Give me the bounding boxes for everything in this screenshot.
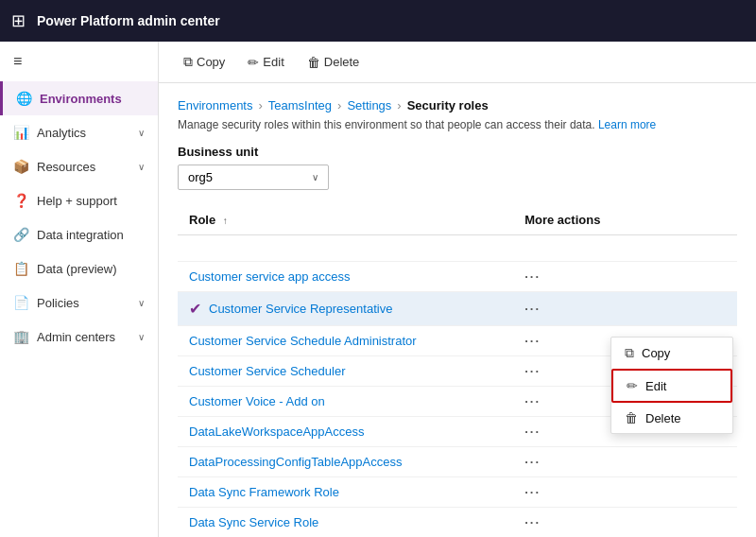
actions-cell-selected[interactable]: ··· [513, 292, 737, 326]
role-name[interactable]: Customer Service Scheduler [189, 364, 345, 378]
copy-icon: ⧉ [625, 345, 634, 361]
sidebar-item-label: Help + support [37, 194, 145, 208]
breadcrumb-current: Security roles [407, 98, 489, 113]
role-name[interactable]: DataLakeWorkspaceAppAccess [189, 424, 364, 439]
body-row: ≡ 🌐 Environments 📊 Analytics ∨ 📦 Resourc… [0, 42, 756, 537]
hamburger-button[interactable]: ≡ [0, 42, 158, 81]
copy-icon: ⧉ [183, 54, 193, 70]
table-row: Data Sync Framework Role ··· [178, 477, 737, 508]
business-unit-dropdown[interactable]: org5 ∨ [178, 165, 329, 190]
role-cell: Customer Service Schedule Administrator [178, 326, 513, 356]
role-name[interactable]: Data Sync Service Role [189, 515, 318, 529]
table-row: ... [178, 235, 737, 262]
data-preview-icon: 📋 [13, 261, 29, 276]
table-row: Customer service app access ··· [178, 262, 737, 292]
toolbar: ⧉ Copy ✏ Edit 🗑 Delete [159, 42, 756, 83]
selected-check-icon: ✔ [189, 300, 201, 318]
sidebar-item-policies[interactable]: 📄 Policies ∨ [0, 286, 158, 320]
context-menu: ⧉ Copy ✏ Edit 🗑 Delete [610, 337, 733, 434]
edit-button[interactable]: ✏ Edit [238, 49, 293, 76]
delete-label: Delete [324, 55, 360, 69]
page-description: Manage security roles within this enviro… [178, 118, 737, 131]
role-cell: Data Sync Service Role [178, 508, 513, 538]
context-menu-copy[interactable]: ⧉ Copy [611, 338, 732, 369]
sidebar-item-label: Analytics [37, 126, 130, 140]
copy-label: Copy [197, 55, 225, 69]
role-cell: Data Sync Framework Role [178, 477, 513, 508]
chevron-down-icon: ∨ [138, 332, 145, 342]
environments-icon: 🌐 [16, 91, 32, 106]
copy-button[interactable]: ⧉ Copy [174, 48, 234, 76]
sidebar: ≡ 🌐 Environments 📊 Analytics ∨ 📦 Resourc… [0, 42, 159, 537]
learn-more-link[interactable]: Learn more [598, 118, 656, 131]
delete-icon: 🗑 [307, 55, 320, 70]
sidebar-item-analytics[interactable]: 📊 Analytics ∨ [0, 115, 158, 149]
role-cell: DataLakeWorkspaceAppAccess [178, 417, 513, 447]
sidebar-item-admin-centers[interactable]: 🏢 Admin centers ∨ [0, 320, 158, 354]
actions-cell[interactable]: ··· [513, 447, 737, 477]
help-icon: ❓ [13, 193, 29, 208]
breadcrumb: Environments › TeamsInteg › Settings › S… [178, 98, 737, 113]
sidebar-item-data-integration[interactable]: 🔗 Data integration [0, 217, 158, 251]
sidebar-item-label: Data integration [37, 228, 145, 242]
actions-cell[interactable]: ··· [513, 477, 737, 508]
sidebar-item-label: Environments [40, 92, 145, 106]
role-column-header[interactable]: Role ↑ [178, 205, 513, 235]
table-row: DataProcessingConfigTableAppAccess ··· [178, 447, 737, 477]
context-edit-label: Edit [645, 379, 666, 393]
breadcrumb-environments[interactable]: Environments [178, 98, 252, 113]
data-integration-icon: 🔗 [13, 227, 29, 242]
top-nav: ⊞ Power Platform admin center [0, 0, 756, 42]
chevron-down-icon: ∨ [138, 298, 145, 308]
role-cell: Customer service app access [178, 262, 513, 292]
policies-icon: 📄 [13, 295, 29, 310]
breadcrumb-teamsinteg[interactable]: TeamsInteg [268, 98, 332, 113]
role-name[interactable]: Customer Voice - Add on [189, 394, 325, 408]
context-delete-label: Delete [645, 411, 681, 425]
actions-cell[interactable]: ··· [513, 508, 737, 538]
sidebar-item-environments[interactable]: 🌐 Environments [0, 81, 158, 115]
role-name[interactable]: Data Sync Framework Role [189, 485, 339, 499]
main-content: Environments › TeamsInteg › Settings › S… [159, 83, 756, 537]
sidebar-item-data-preview[interactable]: 📋 Data (preview) [0, 251, 158, 286]
more-actions-column-header: More actions [513, 205, 737, 235]
business-unit-value: org5 [188, 170, 312, 184]
role-cell: DataProcessingConfigTableAppAccess [178, 447, 513, 477]
app-title: Power Platform admin center [37, 13, 220, 28]
chevron-down-icon: ∨ [138, 128, 145, 138]
table-row: Data Sync Service Role ··· [178, 508, 737, 538]
sidebar-item-label: Policies [37, 296, 130, 310]
role-name[interactable]: Customer Service Representative [209, 302, 392, 316]
context-menu-delete[interactable]: 🗑 Delete [611, 403, 732, 433]
sidebar-item-label: Resources [37, 160, 130, 174]
waffle-icon[interactable]: ⊞ [11, 10, 26, 31]
role-cell: Customer Voice - Add on [178, 387, 513, 417]
admin-centers-icon: 🏢 [13, 329, 29, 344]
delete-icon: 🗑 [625, 410, 638, 425]
breadcrumb-settings[interactable]: Settings [347, 98, 391, 113]
delete-button[interactable]: 🗑 Delete [298, 49, 369, 76]
role-name[interactable]: DataProcessingConfigTableAppAccess [189, 455, 402, 469]
sidebar-item-help-support[interactable]: ❓ Help + support [0, 183, 158, 217]
role-name[interactable]: Customer Service Schedule Administrator [189, 334, 417, 348]
resources-icon: 📦 [13, 159, 29, 174]
sort-icon: ↑ [223, 216, 228, 226]
context-copy-label: Copy [642, 346, 670, 360]
sidebar-item-resources[interactable]: 📦 Resources ∨ [0, 149, 158, 183]
sidebar-item-label: Data (preview) [37, 262, 145, 276]
business-unit-label: Business unit [178, 145, 737, 159]
edit-label: Edit [263, 55, 284, 69]
table-row-selected: ✔ Customer Service Representative ··· [178, 292, 737, 326]
role-cell: ✔ Customer Service Representative [178, 292, 513, 326]
chevron-down-icon: ∨ [138, 162, 145, 172]
context-menu-edit[interactable]: ✏ Edit [611, 369, 732, 403]
analytics-icon: 📊 [13, 125, 29, 140]
dropdown-arrow-icon: ∨ [312, 172, 318, 182]
role-cell: Customer Service Scheduler [178, 356, 513, 387]
actions-cell[interactable]: ··· [513, 262, 737, 292]
edit-icon: ✏ [248, 55, 259, 70]
role-name[interactable]: Customer service app access [189, 269, 351, 284]
sidebar-item-label: Admin centers [37, 330, 130, 344]
edit-icon: ✏ [627, 378, 638, 393]
